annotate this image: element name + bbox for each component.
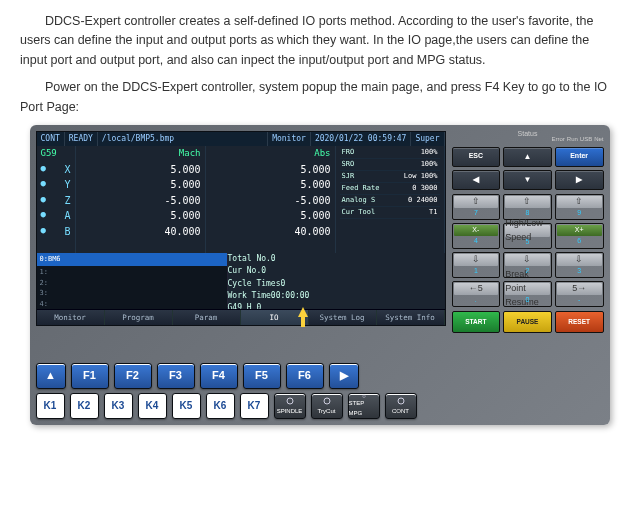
status-led-usb: USB [580,135,592,144]
gcode-line: 3: [40,288,224,299]
highlight-arrow-icon [298,307,308,317]
svg-point-2 [362,395,365,398]
f5-key[interactable]: F5 [243,363,281,389]
axis-label-Y: ●Y [41,177,71,193]
page-next-key[interactable]: ▶ [329,363,359,389]
right-key[interactable]: ▶ [555,170,604,190]
step-mpg-key[interactable]: STEP MPG [348,393,380,419]
offset-col: G59 ●X●Y●Z●A●B [37,146,76,253]
trycut-key[interactable]: TryCut [311,393,343,419]
f1-key[interactable]: F1 [71,363,109,389]
pause-key[interactable]: PAUSE [503,311,552,333]
mach-Z: -5.000 [80,193,201,209]
f4-key[interactable]: F4 [200,363,238,389]
up-key[interactable]: ▲ [503,147,552,167]
numpad-5[interactable]: High/Low Speed5 [503,223,552,249]
tab-monitor[interactable]: Monitor [37,310,105,325]
axis-label-X: ●X [41,162,71,178]
spindle-key[interactable]: SPINDLE [274,393,306,419]
numpad-.[interactable]: ←5. [452,281,501,307]
status-row: Total No.0 [228,253,445,265]
numpad-3[interactable]: ⇩3 [555,252,604,278]
numpad-4[interactable]: X-4 [452,223,501,249]
down-key[interactable]: ▼ [503,170,552,190]
tab-program[interactable]: Program [105,310,173,325]
abs-Z: -5.000 [210,193,331,209]
screen-titlebar: CONT READY /local/BMP5.bmp Monitor 2020/… [37,132,445,146]
k3-key[interactable]: K3 [104,393,133,419]
numpad-7[interactable]: ⇧7 [452,194,501,220]
numpad-6[interactable]: X+6 [555,223,604,249]
axis-label-A: ●A [41,208,71,224]
svg-point-3 [398,398,404,404]
highlight-arrow-stem [301,317,305,327]
mode-label: CONT [37,132,65,146]
status-row: SRO100% [340,159,440,171]
k5-key[interactable]: K5 [172,393,201,419]
status-led-error: Error [551,135,564,144]
numpad-9[interactable]: ⇧9 [555,194,604,220]
numpad: ⇧7 ⇧8 ⇧9 X-4 High/Low Speed5 X+6 ⇩1 ⇩2 ⇩… [452,194,604,307]
screen-tabs: MonitorProgramParamIOSystem LogSystem In… [37,309,445,325]
status-panel: FRO100%SRO100%SJRLow 100%Feed Rate0 3000… [336,146,445,253]
mach-col: Mach 5.0005.000-5.0005.00040.000 [76,146,206,253]
tab-system info[interactable]: System Info [377,310,445,325]
reset-key[interactable]: RESET [555,311,604,333]
status-title: Status [518,129,538,140]
status-panel-2: Total No.0Cur No.0Cycle Times0Work Time0… [228,253,445,309]
gcode-file-label: 0:BM6 [37,253,227,266]
status-row: Cycle Times0 [228,278,445,290]
svg-point-1 [324,398,330,404]
mach-A: 5.000 [80,208,201,224]
status-row: SJRLow 100% [340,171,440,183]
k1-key[interactable]: K1 [36,393,65,419]
numpad-0[interactable]: Break Point Resume0 [503,281,552,307]
mach-header: Mach [80,147,201,161]
status-led-net: Net [594,135,603,144]
status-bar: Status ErrorRunUSBNet [452,131,604,143]
k6-key[interactable]: K6 [206,393,235,419]
esc-key[interactable]: ESC [452,147,501,167]
enter-key[interactable]: Enter [555,147,604,167]
k4-key[interactable]: K4 [138,393,167,419]
axis-label-Z: ●Z [41,193,71,209]
abs-B: 40.000 [210,224,331,240]
offset-label: G59 [41,147,71,161]
gcode-line: 2: [40,278,224,289]
file-path: /local/BMP5.bmp [98,132,268,146]
left-key[interactable]: ◀ [452,170,501,190]
bottom-key-rows: ▲ F1F2F3F4F5F6 ▶ K1K2K3K4K5K6K7 SPINDLE … [36,359,604,419]
gcode-panel: 0:BM6 1:2:3:4: [37,253,228,309]
controller-panel: CONT READY /local/BMP5.bmp Monitor 2020/… [30,125,610,425]
mach-X: 5.000 [80,162,201,178]
f2-key[interactable]: F2 [114,363,152,389]
tab-system log[interactable]: System Log [309,310,377,325]
svg-point-0 [287,398,293,404]
state-label: READY [65,132,98,146]
mach-B: 40.000 [80,224,201,240]
status-row: Cur ToolT1 [340,207,440,219]
doc-paragraph-1: DDCS-Expert controller creates a self-de… [20,12,619,70]
abs-header: Abs [210,147,331,161]
f-key-row: ▲ F1F2F3F4F5F6 ▶ [36,363,604,389]
numpad-1[interactable]: ⇩1 [452,252,501,278]
status-row: Work Time00:00:00 [228,290,445,302]
cont-key[interactable]: CONT [385,393,417,419]
start-key[interactable]: START [452,311,501,333]
view-label: Monitor [268,132,311,146]
page-up-key[interactable]: ▲ [36,363,66,389]
tab-param[interactable]: Param [173,310,241,325]
f3-key[interactable]: F3 [157,363,195,389]
status-led-run: Run [567,135,578,144]
gcode-line: 1: [40,267,224,278]
abs-Y: 5.000 [210,177,331,193]
user-label: Super [411,132,444,146]
numpad--[interactable]: 5→- [555,281,604,307]
status-row: Analog S0 24000 [340,195,440,207]
abs-A: 5.000 [210,208,331,224]
mach-Y: 5.000 [80,177,201,193]
k7-key[interactable]: K7 [240,393,269,419]
k-key-row: K1K2K3K4K5K6K7 SPINDLE TryCut STEP MPG C… [36,393,604,419]
k2-key[interactable]: K2 [70,393,99,419]
f6-key[interactable]: F6 [286,363,324,389]
